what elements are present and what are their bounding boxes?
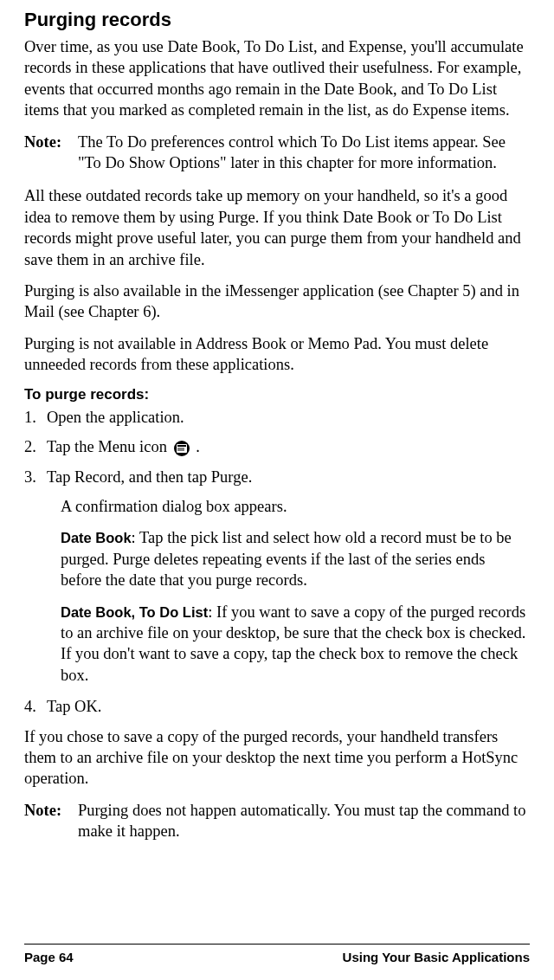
step-number: 2. [24,436,47,457]
page-footer: Page 64 Using Your Basic Applications [24,944,530,964]
step-1: 1. Open the application. [24,407,530,428]
chapter-title: Using Your Basic Applications [343,950,530,964]
page-number: Page 64 [24,950,74,964]
paragraph-imessenger: Purging is also available in the iMessen… [24,280,530,323]
inline-label: Date Book [61,530,132,545]
step-text: Tap Record, and then tap Purge. [47,467,530,487]
note-label: Note: [24,132,78,174]
intro-paragraph: Over time, as you use Date Book, To Do L… [24,36,530,121]
step-text: Tap OK. [47,696,530,717]
note-text: The To Do preferences control which To D… [78,132,530,174]
step-3: 3. Tap Record, and then tap Purge. [24,467,530,487]
step-text: Tap the Menu icon . [47,436,530,457]
paragraph-archive: If you chose to save a copy of the purge… [24,726,530,790]
paragraph-not-available: Purging is not available in Address Book… [24,333,530,376]
step-result: A confirmation dialog box appears. [61,496,530,517]
step-2: 2. Tap the Menu icon . [24,436,530,457]
note-label: Note: [24,800,78,842]
step-number: 1. [24,407,47,428]
procedure-heading: To purge records: [24,386,530,403]
step-text-part-a: Tap the Menu icon [47,438,171,455]
paragraph-memory: All these outdated records take up memor… [24,185,530,270]
step-text-part-b: . [192,438,200,455]
svg-rect-2 [177,445,186,447]
note-text: Purging does not happen automatically. Y… [78,800,530,842]
datebook-todo-note: Date Book, To Do List: If you want to sa… [61,602,530,687]
inline-label: Date Book, To Do List [61,604,208,620]
section-heading: Purging records [24,9,530,31]
note-block-2: Note: Purging does not happen automatica… [24,800,530,842]
step-text: Open the application. [47,407,530,428]
datebook-note: Date Book: Tap the pick list and select … [61,527,530,590]
step-number: 3. [24,467,47,487]
step-4: 4. Tap OK. [24,696,530,717]
menu-icon [173,440,190,457]
step-number: 4. [24,696,47,717]
note-block-1: Note: The To Do preferences control whic… [24,132,530,174]
